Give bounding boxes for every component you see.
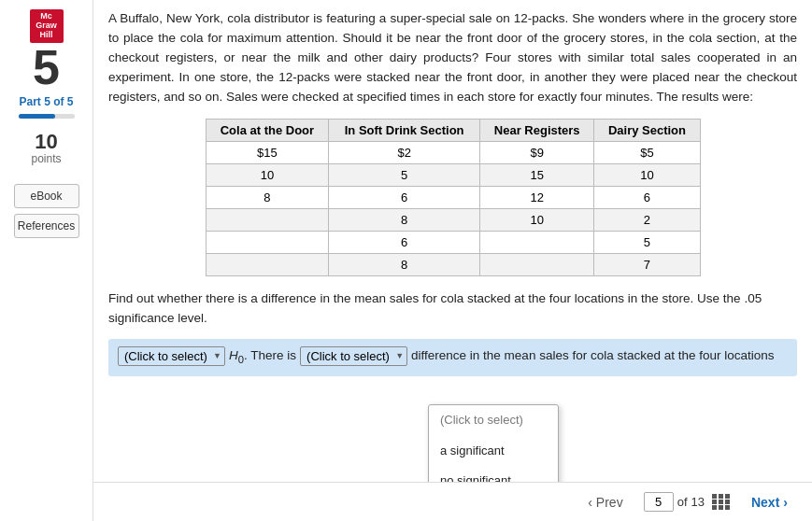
problem-text: A Buffalo, New York, cola distributor is…: [108, 9, 797, 107]
col-header-registers: Near Registers: [479, 119, 593, 141]
dropdown-item-default[interactable]: (Click to select): [429, 405, 558, 435]
prev-label: Prev: [596, 495, 623, 510]
table-row: 8 7: [206, 253, 700, 275]
dropdown-popup: (Click to select) a significant no signi…: [428, 404, 559, 482]
of-label: of: [677, 495, 688, 509]
page-indicator: of 13: [644, 492, 705, 512]
select2-click-to-select[interactable]: (Click to select) a significant no signi…: [300, 346, 407, 366]
table-row: $15 $2 $9 $5: [206, 141, 700, 163]
select2-wrapper[interactable]: (Click to select) a significant no signi…: [300, 346, 407, 367]
data-table: Cola at the Door In Soft Drink Section N…: [206, 119, 701, 276]
col-header-soft-drink: In Soft Drink Section: [329, 119, 480, 141]
bottom-nav: ‹ Prev of 13 Next ›: [93, 482, 812, 521]
dropdown-item-no-significant[interactable]: no significant: [429, 466, 558, 482]
table-row: 10 5 15 10: [206, 163, 700, 186]
next-label: Next: [751, 495, 779, 510]
h0-label: H0. There is: [229, 346, 296, 368]
mcgraw-hill-logo: McGrawHill: [30, 9, 64, 43]
main-content: A Buffalo, New York, cola distributor is…: [93, 0, 812, 521]
table-row: 8 6 12 6: [206, 186, 700, 208]
data-table-wrapper: Cola at the Door In Soft Drink Section N…: [108, 119, 797, 276]
page-input[interactable]: [644, 492, 674, 512]
select1-wrapper[interactable]: (Click to select) Reject Do not reject: [118, 346, 225, 367]
content-area: A Buffalo, New York, cola distributor is…: [93, 0, 812, 482]
col-header-door: Cola at the Door: [206, 119, 329, 141]
answer-text-end: difference in the mean sales for cola st…: [411, 346, 774, 366]
prev-chevron-icon: ‹: [588, 495, 592, 510]
references-button[interactable]: References: [14, 214, 79, 238]
col-header-dairy: Dairy Section: [594, 119, 700, 141]
part-number: 5: [33, 43, 60, 92]
dropdown-item-significant[interactable]: a significant: [429, 436, 558, 466]
points-label: points: [31, 152, 61, 165]
points-number: 10: [35, 132, 57, 152]
select1-click-to-select[interactable]: (Click to select) Reject Do not reject: [118, 346, 225, 366]
answer-row: (Click to select) Reject Do not reject H…: [108, 339, 797, 375]
grid-view-icon[interactable]: [712, 494, 731, 510]
part-label: Part 5 of 5: [19, 95, 73, 108]
h0-subscript: 0: [238, 354, 244, 365]
progress-bar: [19, 114, 75, 119]
progress-bar-fill: [19, 114, 56, 119]
ebook-button[interactable]: eBook: [14, 184, 79, 208]
table-row: 6 5: [206, 231, 700, 253]
sidebar: McGrawHill 5 Part 5 of 5 10 points eBook…: [0, 0, 93, 521]
next-chevron-icon: ›: [783, 495, 788, 510]
prev-button[interactable]: ‹ Prev: [575, 489, 635, 515]
next-button[interactable]: Next ›: [738, 489, 801, 515]
total-pages: 13: [691, 495, 705, 509]
question-text: Find out whether there is a difference i…: [108, 289, 797, 329]
table-row: 8 10 2: [206, 208, 700, 231]
